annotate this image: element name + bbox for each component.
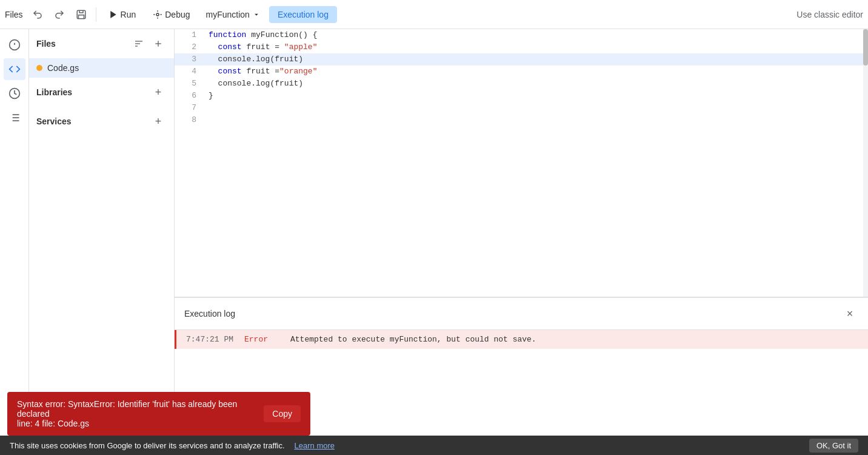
svg-point-2 xyxy=(156,13,159,16)
code-table: 1 function myFunction() { 2 const fruit … xyxy=(175,29,868,126)
cookie-bar: This site uses cookies from Google to de… xyxy=(0,436,868,455)
sidebar-icons xyxy=(0,29,29,455)
libraries-section-header: Libraries + xyxy=(29,78,174,107)
sidebar-icon-history[interactable] xyxy=(4,83,25,104)
code-line-8: 8 xyxy=(175,114,868,126)
files-label: Files xyxy=(5,10,23,19)
redo-button[interactable] xyxy=(50,5,69,24)
editor-area: 1 function myFunction() { 2 const fruit … xyxy=(175,29,868,455)
libraries-label: Libraries xyxy=(36,87,72,97)
undo-button[interactable] xyxy=(28,5,47,24)
add-library-button[interactable]: + xyxy=(150,84,167,101)
toolbar: Files Run Debug myFunction Execution log… xyxy=(0,0,868,29)
exec-log-title: Execution log xyxy=(184,309,235,318)
code-line-6: 6 } xyxy=(175,90,868,102)
toast-copy-button[interactable]: Copy xyxy=(264,405,301,422)
file-name: Code.gs xyxy=(47,63,79,73)
toast-line-1: Syntax error: SyntaxError: Identifier 'f… xyxy=(17,399,264,419)
cookie-ok-button[interactable]: OK, Got it xyxy=(809,439,858,453)
code-content-3: console.log(fruit) xyxy=(204,53,868,66)
code-content-5: console.log(fruit) xyxy=(204,78,868,90)
line-num-2: 2 xyxy=(175,41,204,53)
log-message: Attempted to execute myFunction, but cou… xyxy=(290,335,536,344)
code-content-1: function myFunction() { xyxy=(204,29,868,41)
classic-editor-link[interactable]: Use classic editor xyxy=(796,10,863,19)
file-panel-header-actions xyxy=(130,35,167,52)
code-content-4: const fruit ="orange" xyxy=(204,66,868,78)
toast-notification: Syntax error: SyntaxError: Identifier 'f… xyxy=(7,392,310,436)
line-num-3: 3 xyxy=(175,53,204,66)
add-service-button[interactable]: + xyxy=(150,113,167,130)
code-line-1: 1 function myFunction() { xyxy=(175,29,868,41)
toast-message: Syntax error: SyntaxError: Identifier 'f… xyxy=(17,399,264,428)
scrollbar-track[interactable] xyxy=(863,29,868,297)
code-content-8 xyxy=(204,114,868,126)
debug-label: Debug xyxy=(165,10,190,19)
sidebar-icon-code[interactable] xyxy=(4,58,25,80)
code-line-5: 5 console.log(fruit) xyxy=(175,78,868,90)
log-level: Error xyxy=(244,335,281,344)
divider-1 xyxy=(96,7,96,22)
code-line-7: 7 xyxy=(175,102,868,114)
line-num-5: 5 xyxy=(175,78,204,90)
exec-log-label: Execution log xyxy=(278,10,329,19)
add-file-button[interactable] xyxy=(150,35,167,52)
toast-line-2: line: 4 file: Code.gs xyxy=(17,419,264,428)
exec-log-close-button[interactable]: × xyxy=(841,305,858,322)
services-section-header: Services + xyxy=(29,107,174,136)
log-entry-0: 7:47:21 PM Error Attempted to execute my… xyxy=(175,330,868,349)
scrollbar-thumb[interactable] xyxy=(863,29,868,66)
sort-button[interactable] xyxy=(130,35,147,52)
save-button[interactable] xyxy=(72,5,91,24)
line-num-4: 4 xyxy=(175,66,204,78)
code-content-6: } xyxy=(204,90,868,102)
files-header-label: Files xyxy=(36,39,56,49)
file-item-code-gs[interactable]: Code.gs xyxy=(29,58,174,78)
run-button[interactable]: Run xyxy=(101,6,144,23)
file-panel: Files Code.gs Libraries + Services + xyxy=(29,29,175,455)
line-num-1: 1 xyxy=(175,29,204,41)
toolbar-actions xyxy=(28,5,91,24)
log-time: 7:47:21 PM xyxy=(186,335,235,344)
exec-log-header: Execution log × xyxy=(175,298,868,330)
run-label: Run xyxy=(121,10,136,19)
code-content-2: const fruit = "apple" xyxy=(204,41,868,53)
code-content-7 xyxy=(204,102,868,114)
code-editor[interactable]: 1 function myFunction() { 2 const fruit … xyxy=(175,29,868,297)
function-name: myFunction xyxy=(206,10,250,19)
code-line-3: 3 console.log(fruit) xyxy=(175,53,868,66)
cookie-learn-more[interactable]: Learn more xyxy=(295,441,335,450)
services-label: Services xyxy=(36,116,72,126)
code-line-4: 4 const fruit ="orange" xyxy=(175,66,868,78)
line-num-7: 7 xyxy=(175,102,204,114)
exec-log-button[interactable]: Execution log xyxy=(269,6,337,23)
svg-marker-1 xyxy=(110,11,116,18)
file-modified-dot xyxy=(36,65,42,71)
code-line-2: 2 const fruit = "apple" xyxy=(175,41,868,53)
main-area: Files Code.gs Libraries + Services + xyxy=(0,29,868,455)
line-num-6: 6 xyxy=(175,90,204,102)
line-num-8: 8 xyxy=(175,114,204,126)
cookie-message: This site uses cookies from Google to de… xyxy=(10,441,285,450)
sidebar-icon-triggers[interactable] xyxy=(4,107,25,129)
function-selector[interactable]: myFunction xyxy=(200,6,267,23)
file-panel-header: Files xyxy=(29,29,174,58)
sidebar-icon-info[interactable] xyxy=(4,34,25,56)
debug-button[interactable]: Debug xyxy=(145,6,197,23)
